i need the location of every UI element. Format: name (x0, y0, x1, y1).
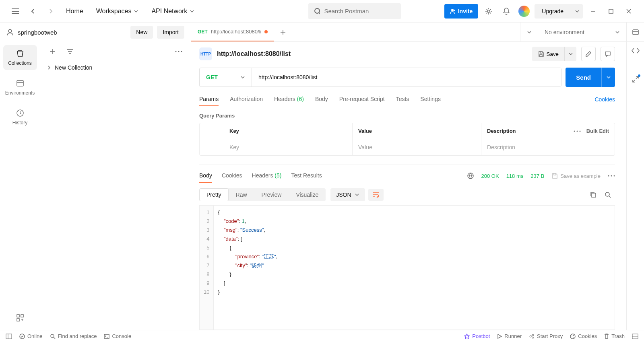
query-params-title: Query Params (199, 113, 615, 119)
param-key-input[interactable] (229, 144, 347, 150)
minimize-icon[interactable] (586, 4, 601, 19)
bulk-edit[interactable]: Bulk Edit (586, 128, 609, 134)
params-table: Key Value Description Bulk Edit (199, 123, 615, 156)
api-network-nav[interactable]: API Network (147, 5, 199, 17)
code-snippet-icon[interactable] (632, 47, 640, 54)
status-trash[interactable]: Trash (604, 333, 625, 339)
invite-button[interactable]: Invite (444, 4, 479, 19)
tab-params[interactable]: Params (199, 93, 219, 106)
sidebar-collections[interactable]: Collections (3, 45, 37, 70)
svg-point-16 (579, 130, 580, 132)
view-pretty[interactable]: Pretty (199, 188, 229, 201)
status-panes-icon[interactable] (6, 334, 12, 339)
new-tab-button[interactable] (274, 23, 292, 41)
tree-more-icon[interactable] (171, 44, 186, 59)
expand-icon[interactable] (632, 76, 639, 83)
create-collection-icon[interactable] (45, 44, 60, 59)
tab-pre-request[interactable]: Pre-request Script (339, 93, 385, 106)
request-title[interactable]: http://localhost:8080/list (217, 50, 527, 58)
svg-point-15 (576, 130, 578, 132)
upgrade-button[interactable]: Upgrade (535, 4, 571, 19)
status-runner[interactable]: Runner (497, 333, 522, 339)
history-icon (16, 109, 25, 117)
user-icon (6, 29, 14, 36)
request-tab[interactable]: GET http://localhost:8080/li (191, 23, 274, 41)
workspace-name[interactable]: springbootweb (18, 29, 126, 36)
sidebar-environments[interactable]: Environments (3, 75, 37, 100)
environment-select[interactable]: No environment (538, 23, 626, 41)
url-input[interactable] (252, 68, 561, 87)
comment-icon[interactable] (601, 47, 615, 61)
tab-tests[interactable]: Tests (396, 93, 409, 106)
sidebar-configure[interactable] (3, 310, 37, 330)
format-select[interactable]: JSON (330, 188, 365, 201)
response-body[interactable]: 12345678910 { "code": 1, "msg": "Success… (199, 205, 615, 330)
svg-point-14 (574, 130, 575, 132)
wrap-lines-icon[interactable] (368, 189, 384, 201)
status-layout-icon[interactable] (632, 334, 638, 339)
save-button[interactable]: Save (532, 47, 564, 61)
environments-icon (16, 79, 25, 88)
cookies-link[interactable]: Cookies (594, 96, 615, 103)
status-online[interactable]: Online (19, 333, 43, 339)
save-dropdown[interactable] (564, 47, 576, 61)
save-as-example[interactable]: Save as example (551, 173, 601, 179)
tab-settings[interactable]: Settings (420, 93, 441, 106)
resp-tab-cookies[interactable]: Cookies (222, 169, 242, 183)
method-select[interactable]: GET (200, 68, 252, 87)
response-panel: Body Cookies Headers (5) Test Results 20… (199, 165, 615, 330)
forward-icon[interactable] (43, 4, 58, 19)
svg-rect-34 (632, 334, 638, 339)
svg-point-31 (572, 336, 572, 336)
status-console[interactable]: Console (104, 333, 131, 339)
send-button[interactable]: Send (566, 68, 601, 87)
resp-tab-headers[interactable]: Headers (5) (252, 169, 282, 183)
send-dropdown[interactable] (601, 68, 615, 87)
workspaces-nav[interactable]: Workspaces (91, 5, 144, 17)
response-size: 237 B (530, 173, 544, 179)
col-more-icon[interactable] (574, 130, 581, 132)
view-visualize[interactable]: Visualize (289, 188, 326, 201)
tree-item-new-collection[interactable]: New Collection (40, 61, 191, 74)
environment-quick-look[interactable] (626, 23, 644, 41)
search-response-icon[interactable] (601, 187, 615, 202)
menu-icon[interactable] (8, 4, 23, 19)
svg-rect-9 (17, 319, 19, 321)
resp-tab-body[interactable]: Body (199, 169, 212, 183)
home-nav[interactable]: Home (61, 5, 88, 17)
settings-icon[interactable] (481, 4, 496, 19)
status-cookies[interactable]: Cookies (570, 333, 597, 339)
tab-authorization[interactable]: Authorization (230, 93, 263, 106)
maximize-icon[interactable] (604, 4, 618, 19)
status-start-proxy[interactable]: Start Proxy (529, 333, 563, 339)
edit-icon[interactable] (581, 47, 596, 61)
resp-tab-test-results[interactable]: Test Results (291, 169, 322, 183)
sidebar-history[interactable]: History (3, 105, 37, 130)
search-input[interactable] (324, 8, 395, 14)
network-icon[interactable] (467, 172, 474, 179)
notifications-icon[interactable] (499, 4, 514, 19)
view-group: Pretty Raw Preview Visualize (199, 188, 326, 201)
import-button[interactable]: Import (157, 26, 184, 39)
tabs-dropdown[interactable] (520, 23, 538, 41)
tab-body[interactable]: Body (315, 93, 328, 106)
status-find[interactable]: Find and replace (50, 333, 97, 339)
view-preview[interactable]: Preview (254, 188, 289, 201)
tab-headers[interactable]: Headers (6) (274, 93, 304, 106)
param-desc-input[interactable] (487, 144, 609, 150)
search-box[interactable] (308, 3, 401, 19)
filter-icon[interactable] (63, 44, 77, 59)
tabs-row: GET http://localhost:8080/li No environm… (191, 23, 644, 42)
tree-panel: New Collection (40, 42, 191, 330)
resp-more-icon[interactable] (608, 175, 615, 177)
copy-response-icon[interactable] (586, 187, 601, 202)
close-icon[interactable] (621, 4, 636, 19)
status-postbot[interactable]: Postbot (464, 333, 490, 339)
param-value-input[interactable] (358, 144, 475, 150)
new-button[interactable]: New (130, 26, 153, 39)
view-raw[interactable]: Raw (229, 188, 254, 201)
back-icon[interactable] (26, 4, 40, 19)
chevron-right-icon (47, 65, 52, 70)
upgrade-dropdown[interactable] (571, 4, 583, 19)
avatar[interactable] (518, 6, 530, 17)
